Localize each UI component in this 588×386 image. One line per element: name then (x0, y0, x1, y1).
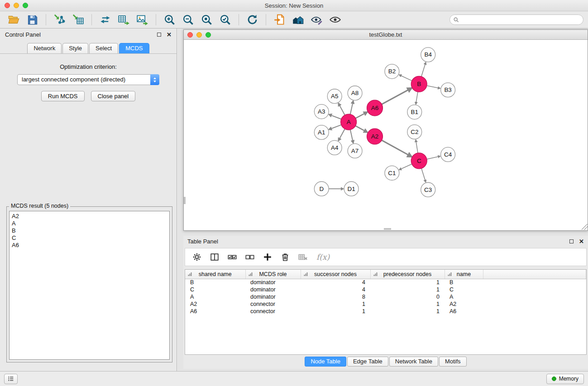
table-cell[interactable]: B (445, 279, 483, 286)
document-arrow-button[interactable] (270, 13, 289, 27)
tab-network[interactable]: Network (27, 43, 62, 53)
resize-grip-icon[interactable] (582, 224, 588, 230)
delete-table-button[interactable] (295, 251, 311, 263)
table-cell[interactable]: 4 (301, 279, 370, 286)
tab-edge-table[interactable]: Edge Table (347, 357, 388, 367)
network-canvas[interactable]: B4B2BB3A5A8A6A3B1AA1C2A2A4A7C4CC1C3DD1 (184, 40, 588, 230)
table-cell[interactable]: 1 (370, 279, 445, 286)
table-row[interactable]: A2connector11A2 (185, 300, 586, 308)
network-edge-B-B4[interactable] (421, 64, 425, 76)
network-node-A8[interactable]: A8 (348, 86, 362, 100)
network-share-button[interactable] (96, 13, 115, 27)
network-node-C[interactable]: C (411, 153, 427, 169)
mcds-result-item[interactable]: A6 (12, 242, 167, 249)
network-edge-A-A4[interactable] (339, 129, 345, 139)
network-edge-B-B2[interactable] (401, 76, 412, 81)
import-network-button[interactable] (50, 13, 69, 27)
network-edge-A-A8[interactable] (350, 103, 353, 114)
function-builder-button[interactable]: f(x) (313, 253, 333, 262)
network-node-A3[interactable]: A3 (314, 105, 329, 119)
zoom-out-button[interactable] (179, 13, 197, 27)
table-export-button[interactable] (115, 13, 133, 27)
network-node-A6[interactable]: A6 (367, 100, 383, 116)
table-cell[interactable]: 1 (370, 308, 445, 315)
column-header-successor-nodes[interactable]: successor nodes (301, 270, 370, 279)
tab-motifs[interactable]: Motifs (439, 357, 467, 367)
eye-button[interactable] (326, 13, 344, 27)
network-node-B3[interactable]: B3 (441, 83, 455, 97)
mcds-result-list[interactable]: A2ABCA6 (9, 211, 170, 360)
network-node-C4[interactable]: C4 (441, 147, 455, 162)
network-edge-C-C1[interactable] (401, 164, 411, 169)
column-header-predecessor-nodes[interactable]: predecessor nodes (370, 270, 445, 279)
tab-node-table[interactable]: Node Table (305, 357, 346, 367)
table-cell[interactable]: A (445, 293, 483, 300)
network-node-A7[interactable]: A7 (348, 143, 362, 158)
network-node-A2[interactable]: A2 (367, 129, 383, 144)
search-input[interactable] (459, 16, 583, 23)
eye-edit-button[interactable] (307, 13, 326, 27)
delete-button[interactable] (277, 251, 293, 263)
table-cell[interactable]: 1 (301, 300, 370, 308)
table-cell[interactable]: A6 (445, 308, 483, 315)
mcds-result-item[interactable]: A (12, 220, 167, 227)
scrollbar-nub-bottom[interactable] (384, 228, 391, 230)
tab-style[interactable]: Style (62, 43, 88, 53)
memory-button[interactable]: Memory (546, 374, 584, 384)
table-cell[interactable]: A2 (185, 300, 245, 308)
houses-button[interactable] (289, 13, 307, 27)
table-cell[interactable]: dominator (245, 279, 301, 286)
table-cell[interactable]: 1 (370, 286, 445, 293)
network-edge-C-C4[interactable] (427, 157, 439, 159)
show-panels-button[interactable] (4, 374, 18, 384)
table-cell[interactable]: 1 (301, 308, 370, 315)
network-edge-A-A3[interactable] (331, 115, 341, 119)
network-node-C2[interactable]: C2 (407, 125, 422, 139)
network-edge-A-A1[interactable] (331, 125, 341, 129)
deselect-all-button[interactable] (242, 251, 258, 263)
save-floppy-button[interactable] (23, 13, 42, 27)
tab-mcds[interactable]: MCDS (119, 43, 149, 53)
network-node-A1[interactable]: A1 (314, 125, 329, 140)
network-edge-A-A6[interactable] (355, 113, 365, 118)
table-cell[interactable]: 8 (301, 293, 370, 300)
network-minimize-button[interactable] (196, 32, 202, 38)
table-cell[interactable]: B (185, 279, 245, 286)
close-table-panel-icon[interactable]: ✕ (579, 238, 584, 244)
zoom-fit-button[interactable] (197, 13, 216, 27)
network-edge-A-A7[interactable] (350, 130, 353, 141)
network-edge-C-C3[interactable] (421, 168, 425, 181)
network-window-titlebar[interactable]: testGlobe.txt (184, 30, 588, 40)
zoom-in-button[interactable] (160, 13, 179, 27)
table-cell[interactable]: C (445, 286, 483, 293)
network-node-D[interactable]: D (314, 181, 329, 196)
network-edge-A-A2[interactable] (355, 126, 365, 131)
table-row[interactable]: Cdominator41C (185, 286, 586, 293)
network-edge-B-B3[interactable] (427, 86, 439, 88)
network-edge-A6-B[interactable] (382, 90, 408, 104)
network-node-D1[interactable]: D1 (344, 181, 359, 196)
table-cell[interactable]: 4 (301, 286, 370, 293)
minimize-window-button[interactable] (14, 3, 19, 8)
close-panel-icon[interactable]: ✕ (167, 32, 172, 38)
table-cell[interactable]: A6 (185, 308, 245, 315)
network-node-C3[interactable]: C3 (421, 182, 435, 197)
network-edge-B-B1[interactable] (416, 92, 418, 102)
sort-icon[interactable] (303, 272, 309, 277)
table-cell[interactable]: A2 (445, 300, 483, 308)
network-node-B1[interactable]: B1 (407, 105, 422, 119)
table-cell[interactable]: dominator (245, 286, 301, 293)
scrollbar-nub-left[interactable] (184, 197, 186, 204)
image-export-button[interactable] (133, 13, 152, 27)
network-node-B4[interactable]: B4 (421, 48, 435, 62)
tab-network-table[interactable]: Network Table (389, 357, 438, 367)
close-panel-button[interactable]: Close panel (91, 91, 136, 101)
column-header-mcds-role[interactable]: MCDS role (245, 270, 301, 279)
gear-button[interactable] (189, 251, 205, 263)
network-close-button[interactable] (187, 32, 193, 38)
network-node-C1[interactable]: C1 (385, 166, 399, 180)
close-window-button[interactable] (5, 3, 10, 8)
table-cell[interactable]: connector (245, 308, 301, 315)
select-stepper-icon[interactable] (150, 74, 159, 85)
select-all-button[interactable] (225, 251, 240, 263)
